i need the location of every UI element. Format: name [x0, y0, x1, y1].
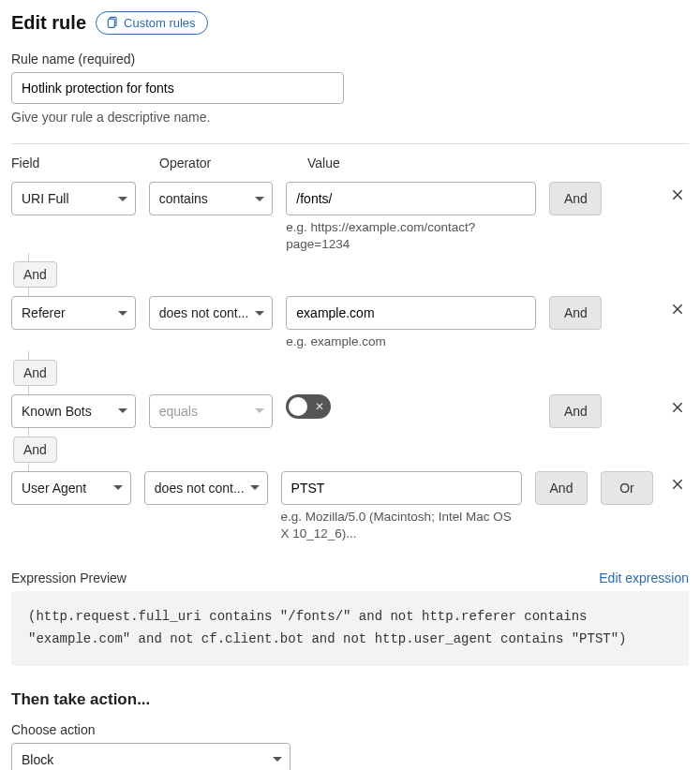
rule-name-label: Rule name (required): [11, 52, 689, 67]
chevron-down-icon: [255, 197, 264, 201]
rule-name-input[interactable]: [11, 72, 344, 104]
chevron-down-icon: [255, 408, 264, 413]
rule-name-hint: Give your rule a descriptive name.: [11, 110, 689, 125]
operator-select-text: equals: [159, 404, 198, 419]
field-select-text: Referer: [22, 305, 66, 320]
field-select-text: User Agent: [22, 481, 86, 496]
delete-row-button-1[interactable]: [664, 296, 691, 325]
svg-rect-1: [108, 19, 114, 27]
or-button-3[interactable]: Or: [601, 471, 653, 505]
value-input-0[interactable]: [286, 182, 536, 215]
col-header-operator: Operator: [159, 155, 294, 170]
joiner-badge-0: And: [13, 261, 57, 288]
and-button-2[interactable]: And: [549, 394, 602, 428]
delete-row-button-0[interactable]: [664, 182, 691, 211]
preview-label: Expression Preview: [11, 570, 127, 585]
action-select[interactable]: Block: [11, 743, 290, 770]
chevron-down-icon: [118, 197, 127, 201]
delete-row-button-3[interactable]: [664, 471, 691, 500]
page-title: Edit rule: [11, 12, 86, 34]
col-header-field: Field: [11, 155, 146, 170]
field-select-text: URI Full: [22, 191, 69, 206]
operator-select-text: does not cont...: [159, 305, 249, 320]
operator-select-1[interactable]: does not cont...: [149, 296, 274, 330]
and-button-0[interactable]: And: [549, 182, 602, 215]
expression-preview: (http.request.full_uri contains "/fonts/…: [11, 591, 689, 666]
operator-select-3[interactable]: does not cont...: [144, 471, 268, 505]
field-select-1[interactable]: Referer: [11, 296, 136, 330]
joiner-badge-2: And: [13, 437, 57, 463]
close-icon: [670, 187, 685, 205]
chevron-down-icon: [250, 485, 260, 490]
value-input-3[interactable]: [281, 471, 522, 505]
custom-rules-label: Custom rules: [124, 16, 196, 30]
chevron-down-icon: [255, 311, 264, 316]
action-select-text: Block: [22, 752, 53, 767]
field-select-2[interactable]: Known Bots: [11, 394, 136, 428]
and-button-1[interactable]: And: [549, 296, 602, 330]
clipboard-icon: [106, 15, 119, 31]
close-icon: [670, 477, 685, 495]
chevron-down-icon: [273, 757, 282, 762]
chevron-down-icon: [113, 485, 123, 490]
operator-select-0[interactable]: contains: [149, 182, 274, 215]
toggle-off-icon: ✕: [315, 401, 324, 412]
value-input-1[interactable]: [286, 296, 536, 330]
field-select-3[interactable]: User Agent: [11, 471, 131, 505]
close-icon: [670, 302, 685, 319]
and-button-3[interactable]: And: [535, 471, 588, 505]
field-select-text: Known Bots: [22, 404, 92, 419]
operator-select-2: equals: [149, 394, 274, 428]
operator-select-text: contains: [159, 191, 208, 206]
col-header-value: Value: [307, 155, 579, 170]
delete-row-button-2[interactable]: [664, 394, 691, 423]
operator-select-text: does not cont...: [155, 481, 245, 496]
value-hint-0: e.g. https://example.com/contact?page=12…: [286, 219, 536, 253]
value-toggle-2[interactable]: ✕: [286, 394, 331, 419]
divider: [11, 143, 689, 144]
value-hint-1: e.g. example.com: [286, 333, 536, 350]
joiner-badge-1: And: [13, 360, 57, 386]
chevron-down-icon: [118, 408, 127, 413]
toggle-knob: [289, 397, 307, 416]
action-heading: Then take action...: [11, 690, 689, 709]
field-select-0[interactable]: URI Full: [11, 182, 136, 215]
value-hint-3: e.g. Mozilla/5.0 (Macintosh; Intel Mac O…: [281, 509, 522, 542]
chevron-down-icon: [118, 311, 127, 316]
custom-rules-pill[interactable]: Custom rules: [96, 11, 208, 35]
action-label: Choose action: [11, 722, 689, 737]
close-icon: [670, 400, 685, 418]
edit-expression-link[interactable]: Edit expression: [599, 570, 689, 585]
